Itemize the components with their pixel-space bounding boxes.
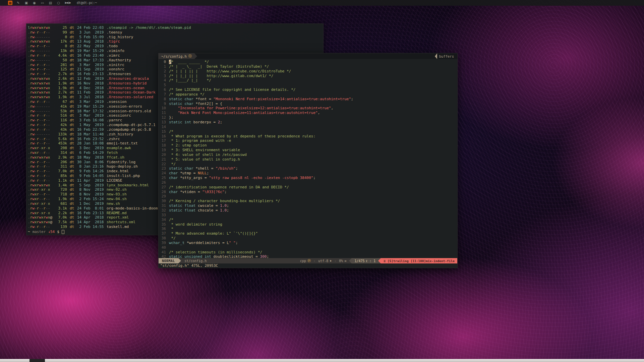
monitor-icon[interactable]: ▭	[40, 1, 45, 5]
code-line: 39wchar_t *worddelimiters = L" ";	[159, 241, 457, 245]
cursor-position-indicator: 1/475 ℓ : 1	[352, 258, 378, 263]
powerline-arrow-icon	[194, 53, 197, 59]
code-line: 41/* selection timeouts (in milliseconds…	[159, 250, 457, 255]
tab-title: ~/s/config.h	[161, 54, 187, 58]
line-number: 42	[159, 254, 166, 258]
line-number: 13	[159, 120, 166, 125]
code-line: 18 * 2: utmp option	[159, 143, 457, 148]
code-line: 15/*	[159, 129, 457, 134]
line-number: 20	[159, 153, 166, 157]
line-number: 5	[159, 83, 166, 87]
code-line: 12};	[159, 115, 457, 120]
code-line: 35 * word delimiter string	[159, 222, 457, 227]
camera-icon[interactable]: ◉	[32, 1, 37, 5]
code-line: 38 */	[159, 236, 457, 241]
line-number: 29	[159, 194, 166, 199]
header-file-icon: Ⓗ	[307, 258, 311, 263]
powerline-arrow-icon	[349, 258, 352, 263]
code-line: 34/*	[159, 218, 457, 222]
line-number: 2	[159, 69, 166, 74]
line-number: 4	[159, 78, 166, 83]
focused-window-title: dt@dt-pc:~	[77, 1, 97, 5]
image-icon[interactable]: ▣	[24, 1, 28, 5]
prompt-path: ~	[28, 230, 30, 234]
line-number: 24	[159, 171, 166, 176]
code-line: 27/* identification sequence returned in…	[159, 185, 457, 190]
code-line: 31static float cwscale = 1.0;	[159, 203, 457, 208]
bottom-screen-strip	[0, 359, 644, 362]
pencil-icon[interactable]: ✎	[16, 1, 20, 5]
vim-tabline: ~/s/config.h Ⓗ buffers	[159, 53, 457, 59]
circle-icon[interactable]: ○	[56, 1, 61, 5]
line-number: 31	[159, 203, 166, 208]
code-line: 5	[159, 83, 457, 87]
filetype-label: cpp	[300, 259, 306, 263]
code-line: 20 * 4: value of shell in /etc/passwd	[159, 153, 457, 157]
editor-cursor: /	[169, 60, 171, 64]
lines-icon: ≡	[344, 259, 346, 263]
line-number: 28	[159, 190, 166, 194]
code-line: 9static char *font2[] = {	[159, 102, 457, 106]
file-row: lrwxrwxrwx25dt24 Feb 22:03.steampid -> /…	[28, 25, 323, 30]
line-number: 19	[159, 148, 166, 153]
line-number: 8	[159, 97, 166, 102]
line-number: 7	[159, 92, 166, 97]
vim-command-line: "st/config.h" 475L, 20953C	[159, 263, 457, 268]
line-number: 14	[159, 125, 166, 129]
code-line: 37 * More advanced example: L" `'\"()[]{…	[159, 231, 457, 236]
encoding-label: utf-8	[318, 259, 328, 263]
code-line: 25char *stty_args = "stty raw pass8 nl -…	[159, 176, 457, 180]
line-count-label: 1/475	[354, 259, 364, 263]
line-number: 0	[159, 60, 166, 64]
line-number: 27	[159, 185, 166, 190]
code-line: 42static unsigned int doubleclicktimeout…	[159, 254, 457, 258]
line-number: 22	[159, 162, 166, 167]
tab-config-h[interactable]: ~/s/config.h Ⓗ	[159, 53, 194, 59]
code-area[interactable]: 0/* ____ _____ */1/* | _ \_ _| Derek Tay…	[159, 59, 457, 258]
code-line: 29	[159, 194, 457, 199]
line-number: 6	[159, 87, 166, 92]
line-number: 36	[159, 227, 166, 231]
line-number: 23	[159, 166, 166, 171]
vim-statusline: NORMAL st/config.h cpp Ⓗ ‹ utf-8 ♦ ‹ 0% …	[159, 258, 457, 263]
code-line: 4/* |____/ |_| */	[159, 78, 457, 83]
file-row: .rw-r--r--99dt 3 Jun 2019.teensy	[28, 30, 323, 35]
powerline-arrow-icon	[378, 258, 381, 263]
line-number: 12	[159, 115, 166, 120]
line-number: 38	[159, 236, 166, 241]
code-line: 2/* | | | || | http://www.youtube.com/c/…	[159, 69, 457, 74]
grid-icon[interactable]: ▦	[8, 1, 12, 5]
code-line: 33	[159, 213, 457, 218]
code-line: 16 * What program is execed by st depend…	[159, 134, 457, 139]
code-line: 28char *vtiden = "\033[?6c";	[159, 190, 457, 194]
code-line: 7/* appearance */	[159, 92, 457, 97]
line-number: 21	[159, 157, 166, 162]
panel-icons: ▦✎▣◉▭▤○	[8, 1, 61, 5]
line-number: 1	[159, 64, 166, 69]
lock-icon: ♦	[330, 259, 332, 263]
code-line: 30/* Kerning / character bounding-box mu…	[159, 199, 457, 203]
line-number: 30	[159, 199, 166, 203]
code-line: 0/* ____ _____ */	[159, 60, 457, 64]
code-line: 11 "Hack Nerd Font Mono:pixelsize=11:ant…	[159, 111, 457, 115]
line-number: 40	[159, 245, 166, 250]
git-branch-label: master	[33, 230, 46, 234]
line-number: 33	[159, 213, 166, 218]
code-line: 26	[159, 180, 457, 185]
code-line: 40	[159, 245, 457, 250]
filetype-indicator: cpp Ⓗ	[297, 258, 313, 263]
line-number: 10	[159, 106, 166, 111]
tabline-filler	[197, 53, 434, 59]
file-row: .rw-r--r--0dt22 May 2019.todo	[28, 44, 323, 49]
code-line: 21 * 5: value of shell in config.h	[159, 157, 457, 162]
file-row: .rw-------13kdt19 Mar 15:29.viminfo	[28, 49, 323, 53]
line-number: 32	[159, 208, 166, 213]
line-number: 37	[159, 231, 166, 236]
code-line: 3/* | |_| || | http://www.gitlab.com/dwt…	[159, 74, 457, 78]
line-number: 26	[159, 180, 166, 185]
editor-window[interactable]: ~/s/config.h Ⓗ buffers 0/* ____ _____ */…	[158, 53, 458, 268]
prompt-symbol: $	[57, 230, 59, 234]
line-number: 17	[159, 138, 166, 143]
folder-icon[interactable]: ▤	[48, 1, 53, 5]
code-line: 14	[159, 125, 457, 129]
